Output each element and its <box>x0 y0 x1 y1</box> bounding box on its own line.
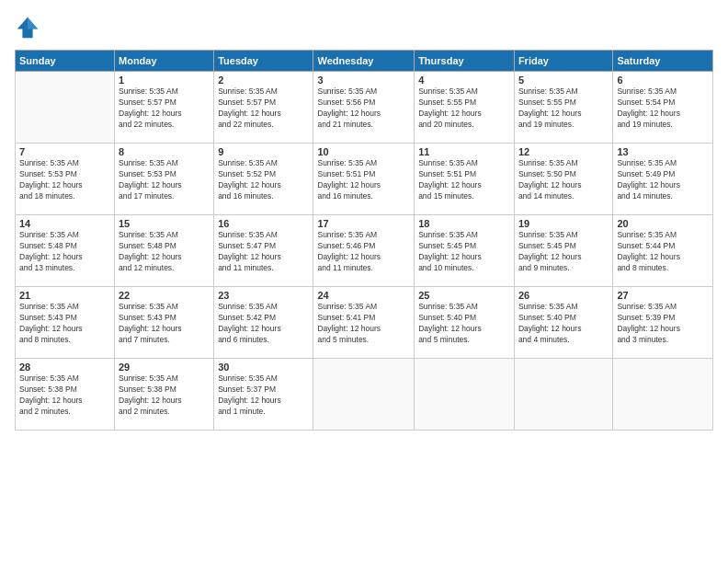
day-info: Sunrise: 5:35 AMSunset: 5:43 PMDaylight:… <box>119 302 210 346</box>
calendar-cell: 5Sunrise: 5:35 AMSunset: 5:55 PMDaylight… <box>514 72 612 144</box>
calendar-cell: 1Sunrise: 5:35 AMSunset: 5:57 PMDaylight… <box>115 72 214 144</box>
day-number: 29 <box>119 362 210 373</box>
calendar-cell: 26Sunrise: 5:35 AMSunset: 5:40 PMDayligh… <box>514 287 612 359</box>
calendar-cell: 8Sunrise: 5:35 AMSunset: 5:53 PMDaylight… <box>115 144 214 215</box>
day-info: Sunrise: 5:35 AMSunset: 5:44 PMDaylight:… <box>617 230 709 274</box>
day-info: Sunrise: 5:35 AMSunset: 5:46 PMDaylight:… <box>317 230 410 274</box>
calendar-week-4: 21Sunrise: 5:35 AMSunset: 5:43 PMDayligh… <box>16 287 713 359</box>
day-info: Sunrise: 5:35 AMSunset: 5:37 PMDaylight:… <box>218 373 309 418</box>
day-number: 9 <box>218 146 309 157</box>
calendar-cell: 15Sunrise: 5:35 AMSunset: 5:48 PMDayligh… <box>115 215 214 287</box>
calendar-cell: 21Sunrise: 5:35 AMSunset: 5:43 PMDayligh… <box>16 287 115 359</box>
day-number: 28 <box>19 362 110 373</box>
day-info: Sunrise: 5:35 AMSunset: 5:48 PMDaylight:… <box>19 230 110 274</box>
calendar-cell: 20Sunrise: 5:35 AMSunset: 5:44 PMDayligh… <box>613 215 713 287</box>
calendar-header-row: Sunday Monday Tuesday Wednesday Thursday… <box>16 51 713 72</box>
calendar-week-2: 7Sunrise: 5:35 AMSunset: 5:53 PMDaylight… <box>16 144 713 215</box>
day-number: 25 <box>418 290 510 301</box>
calendar-cell: 23Sunrise: 5:35 AMSunset: 5:42 PMDayligh… <box>214 287 313 359</box>
day-info: Sunrise: 5:35 AMSunset: 5:43 PMDaylight:… <box>19 302 110 346</box>
calendar-week-3: 14Sunrise: 5:35 AMSunset: 5:48 PMDayligh… <box>16 215 713 287</box>
calendar-cell: 24Sunrise: 5:35 AMSunset: 5:41 PMDayligh… <box>313 287 415 359</box>
calendar-week-5: 28Sunrise: 5:35 AMSunset: 5:38 PMDayligh… <box>16 359 713 431</box>
day-info: Sunrise: 5:35 AMSunset: 5:41 PMDaylight:… <box>317 302 410 346</box>
day-number: 27 <box>617 290 709 301</box>
day-number: 1 <box>119 75 210 86</box>
day-number: 18 <box>418 218 510 229</box>
calendar-cell: 2Sunrise: 5:35 AMSunset: 5:57 PMDaylight… <box>214 72 313 144</box>
calendar-cell: 14Sunrise: 5:35 AMSunset: 5:48 PMDayligh… <box>16 215 115 287</box>
col-thursday: Thursday <box>415 51 515 72</box>
day-number: 15 <box>119 218 210 229</box>
calendar-cell: 7Sunrise: 5:35 AMSunset: 5:53 PMDaylight… <box>16 144 115 215</box>
col-monday: Monday <box>115 51 214 72</box>
calendar-cell: 12Sunrise: 5:35 AMSunset: 5:50 PMDayligh… <box>514 144 612 215</box>
day-number: 17 <box>317 218 410 229</box>
day-number: 8 <box>119 146 210 157</box>
day-info: Sunrise: 5:35 AMSunset: 5:38 PMDaylight:… <box>19 373 110 418</box>
day-number: 2 <box>218 75 309 86</box>
day-number: 10 <box>317 146 410 157</box>
col-friday: Friday <box>514 51 612 72</box>
page: Sunday Monday Tuesday Wednesday Thursday… <box>0 0 728 563</box>
col-wednesday: Wednesday <box>313 51 415 72</box>
calendar-cell <box>613 359 713 431</box>
calendar-cell: 19Sunrise: 5:35 AMSunset: 5:45 PMDayligh… <box>514 215 612 287</box>
calendar-cell: 13Sunrise: 5:35 AMSunset: 5:49 PMDayligh… <box>613 144 713 215</box>
calendar-cell: 29Sunrise: 5:35 AMSunset: 5:38 PMDayligh… <box>115 359 214 431</box>
calendar-cell: 16Sunrise: 5:35 AMSunset: 5:47 PMDayligh… <box>214 215 313 287</box>
day-number: 26 <box>518 290 609 301</box>
day-number: 14 <box>19 218 110 229</box>
day-number: 11 <box>418 146 510 157</box>
col-saturday: Saturday <box>613 51 713 72</box>
day-info: Sunrise: 5:35 AMSunset: 5:57 PMDaylight:… <box>119 86 210 131</box>
calendar-cell: 18Sunrise: 5:35 AMSunset: 5:45 PMDayligh… <box>415 215 515 287</box>
day-number: 3 <box>317 75 410 86</box>
day-number: 4 <box>418 75 510 86</box>
calendar-week-1: 1Sunrise: 5:35 AMSunset: 5:57 PMDaylight… <box>16 72 713 144</box>
day-info: Sunrise: 5:35 AMSunset: 5:51 PMDaylight:… <box>418 158 510 202</box>
calendar: Sunday Monday Tuesday Wednesday Thursday… <box>15 50 713 431</box>
day-info: Sunrise: 5:35 AMSunset: 5:55 PMDaylight:… <box>518 86 609 131</box>
calendar-cell: 22Sunrise: 5:35 AMSunset: 5:43 PMDayligh… <box>115 287 214 359</box>
day-number: 23 <box>218 290 309 301</box>
day-number: 16 <box>218 218 309 229</box>
calendar-cell <box>514 359 612 431</box>
calendar-cell <box>16 72 115 144</box>
logo <box>15 15 44 40</box>
calendar-cell: 27Sunrise: 5:35 AMSunset: 5:39 PMDayligh… <box>613 287 713 359</box>
day-info: Sunrise: 5:35 AMSunset: 5:54 PMDaylight:… <box>617 86 709 131</box>
day-number: 7 <box>19 146 110 157</box>
day-number: 22 <box>119 290 210 301</box>
day-info: Sunrise: 5:35 AMSunset: 5:49 PMDaylight:… <box>617 158 709 202</box>
day-info: Sunrise: 5:35 AMSunset: 5:40 PMDaylight:… <box>418 302 510 346</box>
day-number: 12 <box>518 146 609 157</box>
day-info: Sunrise: 5:35 AMSunset: 5:51 PMDaylight:… <box>317 158 410 202</box>
day-info: Sunrise: 5:35 AMSunset: 5:42 PMDaylight:… <box>218 302 309 346</box>
day-info: Sunrise: 5:35 AMSunset: 5:50 PMDaylight:… <box>518 158 609 202</box>
calendar-cell: 28Sunrise: 5:35 AMSunset: 5:38 PMDayligh… <box>16 359 115 431</box>
logo-icon <box>15 15 40 40</box>
day-info: Sunrise: 5:35 AMSunset: 5:55 PMDaylight:… <box>418 86 510 131</box>
day-number: 21 <box>19 290 110 301</box>
calendar-cell: 10Sunrise: 5:35 AMSunset: 5:51 PMDayligh… <box>313 144 415 215</box>
calendar-cell: 17Sunrise: 5:35 AMSunset: 5:46 PMDayligh… <box>313 215 415 287</box>
calendar-cell: 30Sunrise: 5:35 AMSunset: 5:37 PMDayligh… <box>214 359 313 431</box>
calendar-cell: 11Sunrise: 5:35 AMSunset: 5:51 PMDayligh… <box>415 144 515 215</box>
calendar-cell: 9Sunrise: 5:35 AMSunset: 5:52 PMDaylight… <box>214 144 313 215</box>
calendar-cell: 25Sunrise: 5:35 AMSunset: 5:40 PMDayligh… <box>415 287 515 359</box>
day-info: Sunrise: 5:35 AMSunset: 5:39 PMDaylight:… <box>617 302 709 346</box>
calendar-cell <box>313 359 415 431</box>
day-info: Sunrise: 5:35 AMSunset: 5:47 PMDaylight:… <box>218 230 309 274</box>
day-number: 24 <box>317 290 410 301</box>
day-number: 30 <box>218 362 309 373</box>
day-info: Sunrise: 5:35 AMSunset: 5:48 PMDaylight:… <box>119 230 210 274</box>
day-number: 19 <box>518 218 609 229</box>
day-number: 13 <box>617 146 709 157</box>
day-number: 20 <box>617 218 709 229</box>
day-info: Sunrise: 5:35 AMSunset: 5:53 PMDaylight:… <box>119 158 210 202</box>
day-info: Sunrise: 5:35 AMSunset: 5:40 PMDaylight:… <box>518 302 609 346</box>
svg-marker-1 <box>28 17 38 29</box>
day-info: Sunrise: 5:35 AMSunset: 5:38 PMDaylight:… <box>119 373 210 418</box>
day-info: Sunrise: 5:35 AMSunset: 5:45 PMDaylight:… <box>518 230 609 274</box>
